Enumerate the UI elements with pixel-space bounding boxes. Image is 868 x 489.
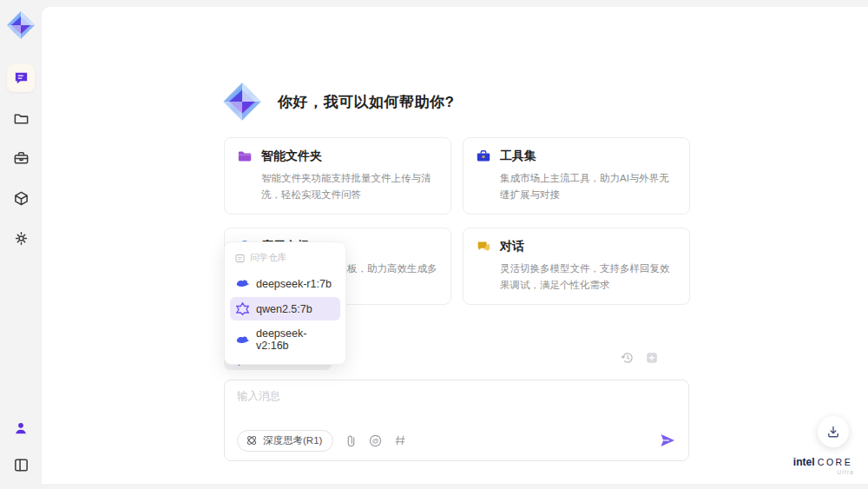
model-dropdown: 问学仓库 deepseek-r1:7b qwen2.5:7b deepseek-… — [224, 241, 346, 365]
model-option-label: deepseek-v2:16b — [256, 327, 334, 352]
download-button[interactable] — [818, 416, 849, 447]
core-logo-text: core — [818, 457, 852, 467]
intel-core-badge: intel core Ultra — [792, 456, 854, 475]
prompt-hash-icon[interactable] — [394, 434, 406, 446]
greeting-text: 你好，我可以如何帮助你? — [278, 92, 454, 112]
sidebar-nav — [7, 64, 35, 252]
intel-ultra-label: Ultra — [792, 469, 854, 475]
card-title: 工具集 — [500, 149, 536, 164]
card-toolset[interactable]: 工具集 集成市场上主流工具，助力AI与外界无缝扩展与对接 — [463, 137, 690, 215]
model-dropdown-header-label: 问学仓库 — [250, 252, 286, 264]
chat-bubble-icon — [13, 70, 30, 87]
cube-icon — [13, 190, 30, 207]
main-panel: 你好，我可以如何帮助你? 智能文件夹 智能文件夹功能支持批量文件上传与清洗，轻松… — [42, 7, 868, 484]
qwen-icon — [236, 302, 249, 315]
model-option-label: deepseek-r1:7b — [256, 278, 332, 290]
card-description: 集成市场上主流工具，助力AI与外界无缝扩展与对接 — [500, 170, 677, 203]
folder-icon — [13, 110, 30, 127]
model-option-deepseek-v2[interactable]: deepseek-v2:16b — [230, 322, 340, 357]
atom-icon — [246, 434, 258, 446]
message-composer: 深度思考(R1) @ — [224, 380, 689, 461]
repository-icon — [235, 254, 245, 263]
user-icon — [13, 420, 29, 436]
sidebar-item-account[interactable] — [7, 414, 35, 442]
toolset-icon — [476, 149, 491, 164]
deep-think-toggle[interactable]: 深度思考(R1) — [237, 430, 333, 452]
deep-think-label: 深度思考(R1) — [263, 434, 322, 447]
send-button[interactable] — [659, 432, 676, 449]
mention-icon[interactable]: @ — [369, 434, 382, 447]
svg-text:@: @ — [372, 437, 379, 445]
composer-toolbar: 深度思考(R1) @ — [237, 429, 676, 452]
deepseek-whale-icon — [236, 334, 249, 347]
card-smart-folder[interactable]: 智能文件夹 智能文件夹功能支持批量文件上传与清洗，轻松实现文件问答 — [224, 137, 451, 215]
sidebar-item-apps[interactable] — [7, 184, 35, 212]
intel-logo-text: intel — [793, 456, 815, 468]
sidebar-item-folders[interactable] — [7, 104, 35, 132]
model-dropdown-header: 问学仓库 — [230, 249, 340, 270]
sidebar-bottom — [7, 414, 35, 479]
assistant-logo-icon — [222, 82, 262, 122]
sidebar — [0, 0, 42, 489]
model-option-label: qwen2.5:7b — [256, 303, 312, 315]
send-icon — [659, 432, 676, 449]
message-input[interactable] — [237, 389, 671, 424]
history-icon[interactable] — [621, 351, 635, 365]
app-window: 你好，我可以如何帮助你? 智能文件夹 智能文件夹功能支持批量文件上传与清洗，轻松… — [0, 0, 868, 489]
card-title: 对话 — [500, 239, 524, 254]
layout-panel-icon — [13, 457, 30, 473]
model-option-deepseek-r1[interactable]: deepseek-r1:7b — [230, 272, 340, 295]
sidebar-item-panel-toggle[interactable] — [7, 451, 35, 479]
card-description: 智能文件夹功能支持批量文件上传与清洗，轻松实现文件问答 — [261, 170, 438, 203]
sidebar-item-settings[interactable] — [7, 224, 35, 252]
greeting-row: 你好，我可以如何帮助你? — [222, 82, 454, 122]
gear-icon — [13, 230, 30, 247]
briefcase-icon — [13, 150, 30, 167]
card-dialogue[interactable]: 对话 灵活切换多模型文件，支持多样回复效果调试，满足个性化需求 — [463, 228, 690, 305]
smart-folder-icon — [237, 149, 253, 164]
card-title: 智能文件夹 — [261, 149, 322, 164]
model-option-qwen[interactable]: qwen2.5:7b — [230, 297, 340, 320]
attachment-icon[interactable] — [345, 434, 357, 447]
download-icon — [826, 425, 840, 439]
card-description: 灵活切换多模型文件，支持多样回复效果调试，满足个性化需求 — [500, 261, 677, 294]
sidebar-item-toolbox[interactable] — [7, 144, 35, 172]
app-logo-icon — [6, 10, 36, 40]
sidebar-item-chat[interactable] — [7, 64, 35, 92]
deepseek-whale-icon — [236, 277, 249, 290]
new-chat-icon[interactable] — [645, 351, 659, 365]
dialogue-icon — [476, 239, 491, 254]
